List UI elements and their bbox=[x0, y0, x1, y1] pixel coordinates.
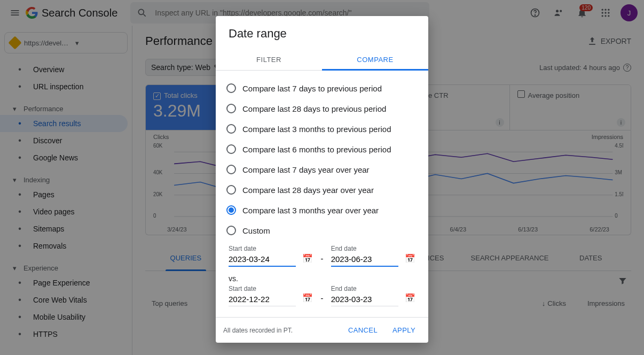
calendar-icon[interactable]: 📅 bbox=[302, 293, 313, 306]
start-b-label: Start date bbox=[229, 285, 296, 292]
modal-tab-compare[interactable]: COMPARE bbox=[322, 49, 428, 70]
compare-option-7[interactable]: Custom bbox=[222, 220, 422, 241]
end-a-input[interactable] bbox=[331, 252, 398, 267]
radio-icon bbox=[226, 185, 236, 195]
range-dash: - bbox=[319, 294, 324, 306]
radio-label: Compare last 6 months to previous period bbox=[242, 145, 391, 154]
end-b-label: End date bbox=[331, 285, 398, 292]
radio-label: Compare last 28 days to previous period bbox=[242, 104, 386, 113]
radio-label: Compare last 3 months to previous period bbox=[242, 125, 391, 134]
start-a-label: Start date bbox=[229, 245, 296, 252]
radio-label: Compare last 7 days to previous period bbox=[242, 84, 382, 93]
end-a-label: End date bbox=[331, 245, 398, 252]
apply-button[interactable]: APPLY bbox=[387, 323, 421, 337]
compare-option-2[interactable]: Compare last 3 months to previous period bbox=[222, 119, 422, 139]
modal-title: Date range bbox=[216, 16, 428, 49]
radio-icon bbox=[226, 104, 236, 113]
radio-icon bbox=[226, 83, 236, 93]
compare-option-1[interactable]: Compare last 28 days to previous period bbox=[222, 98, 422, 119]
compare-option-4[interactable]: Compare last 7 days year over year bbox=[222, 159, 422, 180]
calendar-icon[interactable]: 📅 bbox=[405, 253, 415, 267]
modal-tab-filter[interactable]: FILTER bbox=[216, 49, 322, 70]
footer-note: All dates recorded in PT. bbox=[223, 327, 293, 334]
radio-label: Compare last 7 days year over year bbox=[242, 165, 370, 174]
range-dash: - bbox=[319, 254, 324, 267]
end-b-input[interactable] bbox=[331, 292, 398, 306]
calendar-icon[interactable]: 📅 bbox=[302, 253, 313, 267]
compare-option-6[interactable]: Compare last 3 months year over year bbox=[222, 200, 422, 220]
compare-option-0[interactable]: Compare last 7 days to previous period bbox=[222, 78, 422, 98]
radio-icon bbox=[226, 124, 236, 134]
radio-icon bbox=[226, 144, 236, 154]
compare-option-5[interactable]: Compare last 28 days year over year bbox=[222, 180, 422, 200]
radio-label: Custom bbox=[242, 226, 270, 235]
radio-label: Compare last 3 months year over year bbox=[242, 206, 379, 215]
radio-icon bbox=[226, 226, 236, 235]
vs-label: vs. bbox=[216, 267, 428, 283]
radio-label: Compare last 28 days year over year bbox=[242, 186, 374, 195]
start-b-input[interactable] bbox=[229, 292, 296, 306]
date-range-dialog: Date range FILTERCOMPARE Compare last 7 … bbox=[216, 16, 428, 343]
calendar-icon[interactable]: 📅 bbox=[405, 293, 415, 306]
radio-icon bbox=[226, 165, 236, 174]
cancel-button[interactable]: CANCEL bbox=[343, 323, 383, 337]
radio-icon bbox=[226, 205, 236, 215]
start-a-input[interactable] bbox=[229, 252, 296, 267]
compare-option-3[interactable]: Compare last 6 months to previous period bbox=[222, 139, 422, 159]
